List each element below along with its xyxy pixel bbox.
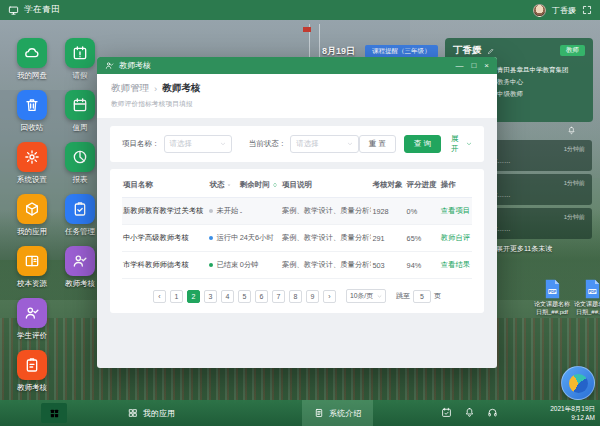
cell-project-name: 新教师教育教学过关考核	[122, 198, 208, 225]
taskbar-tray	[441, 407, 498, 418]
clipboard-icon	[17, 350, 47, 380]
action-link[interactable]: 查看结果	[441, 260, 470, 269]
column-header[interactable]: 评分进度	[406, 173, 440, 198]
taskbar-item-my-apps[interactable]: 我的应用	[116, 400, 187, 426]
cell-status: 未开始	[208, 198, 238, 225]
apps-grid-icon	[128, 408, 138, 418]
clock-time: 9:12 AM	[550, 413, 595, 422]
fullscreen-icon[interactable]	[582, 5, 592, 15]
desktop-file-pdf[interactable]: PDF论文课题名称日期_##.pdf	[532, 279, 572, 317]
status-dot	[209, 209, 213, 213]
close-button[interactable]: ×	[484, 62, 489, 70]
expand-filters-link[interactable]: 展开	[451, 134, 472, 154]
jump-page-input[interactable]	[413, 290, 431, 303]
chevron-down-icon	[347, 141, 353, 147]
desktop-files: PDF论文课题名称日期_##.pdfPDF论文课题名称日期_##.pdf	[532, 279, 600, 317]
action-link[interactable]: 查看项目	[441, 206, 470, 215]
desktop-screen: 学在青田 丁香媛 我的网盘回收站系统设置我的应用校本资源学生评价教师考核请假值周…	[0, 0, 600, 426]
desktop-icon-system-settings[interactable]: 系统设置	[10, 142, 54, 185]
window-title-icon	[105, 61, 114, 70]
pdf-file-icon: PDF	[584, 279, 600, 299]
page-button-1[interactable]: 1	[170, 290, 183, 303]
desktop-icon-student-evaluation[interactable]: 学生评价	[10, 298, 54, 341]
cell-progress: 0%	[406, 198, 440, 225]
cell-status: 运行中	[208, 225, 238, 252]
reset-button[interactable]: 重 置	[359, 135, 396, 153]
teacher-assessment-window: 教师考核 — □ × 教师管理 › 教师考核 教师评价指标考核项目填报 项目名称…	[97, 57, 497, 368]
page-button-9[interactable]: 9	[306, 290, 319, 303]
page-button-5[interactable]: 5	[238, 290, 251, 303]
page-button-2[interactable]: 2	[187, 290, 200, 303]
page-button-3[interactable]: 3	[204, 290, 217, 303]
search-button[interactable]: 查 询	[404, 135, 441, 153]
desktop-icon-label: 校本资源	[17, 279, 47, 289]
sort-icon[interactable]	[439, 182, 440, 188]
start-button[interactable]	[41, 403, 67, 423]
page-header: 教师管理 › 教师考核 教师评价指标考核项目填报	[97, 74, 497, 118]
prev-page-button[interactable]: ‹	[153, 290, 166, 303]
table-row: 新教师教育教学过关考核未开始-案例、教学设计、质量分析等...19280%查看项…	[122, 198, 472, 225]
page-button-7[interactable]: 7	[272, 290, 285, 303]
next-page-button[interactable]: ›	[323, 290, 336, 303]
notification-time: 1分钟前	[564, 179, 585, 188]
sort-icon[interactable]	[404, 182, 405, 188]
user-avatar[interactable]	[533, 4, 546, 17]
page-button-8[interactable]: 8	[289, 290, 302, 303]
cell-target-count: 503	[371, 252, 405, 279]
desktop-icon-duty-week[interactable]: 值周	[58, 90, 102, 133]
platform-name: 学在青田	[24, 4, 60, 16]
project-name-label: 项目名称：	[122, 139, 160, 149]
maximize-button[interactable]: □	[471, 62, 476, 70]
desktop-icon-label: 报表	[73, 175, 88, 185]
desktop-icon-teacher-assessment[interactable]: 教师考核	[58, 246, 102, 289]
desktop-icon-leave-request[interactable]: 请假	[58, 38, 102, 81]
desktop-icon-label: 我的网盘	[17, 71, 47, 81]
calendar-icon	[65, 90, 95, 120]
desktop-icon-school-resources[interactable]: 校本资源	[10, 246, 54, 289]
project-name-select[interactable]: 请选择	[164, 135, 233, 153]
person-check-icon	[65, 246, 95, 276]
desktop-file-pdf[interactable]: PDF论文课题名称日期_##.pdf	[572, 279, 600, 317]
desktop-icon-task-management[interactable]: 任务管理	[58, 194, 102, 237]
minimize-button[interactable]: —	[455, 62, 463, 70]
browser-logo[interactable]	[561, 366, 595, 400]
sort-icon[interactable]	[272, 182, 278, 188]
file-name: 论文课题名称日期_##.pdf	[574, 301, 600, 317]
column-header[interactable]: 状态	[208, 173, 238, 198]
status-select[interactable]: 请选择	[290, 135, 359, 153]
topbar-username: 丁香媛	[552, 5, 576, 16]
profile-dept: 教务中心	[497, 77, 569, 87]
desktop-icon-reports[interactable]: 报表	[58, 142, 102, 185]
edit-profile-icon[interactable]	[487, 47, 495, 55]
notification-time: 1分钟前	[564, 145, 585, 154]
notifications-bell-icon[interactable]	[567, 126, 576, 135]
expand-unread-link[interactable]: 展开更多11条未读	[496, 244, 592, 254]
status-label: 当前状态：	[249, 139, 287, 149]
action-link[interactable]: 教师自评	[441, 233, 470, 242]
per-page-select[interactable]: 10条/页	[346, 289, 386, 303]
chevron-down-icon	[220, 141, 226, 147]
desktop-icon-my-apps[interactable]: 我的应用	[10, 194, 54, 237]
bell-icon[interactable]	[464, 407, 475, 418]
calendar-check-icon[interactable]	[441, 407, 452, 418]
breadcrumb-parent[interactable]: 教师管理	[111, 82, 149, 95]
headphones-icon[interactable]	[487, 407, 498, 418]
column-header: 项目说明	[281, 173, 372, 198]
page-button-6[interactable]: 6	[255, 290, 268, 303]
desktop-icon-teacher-review[interactable]: 教师考核	[10, 350, 54, 393]
pie-icon	[65, 142, 95, 172]
status-dot	[209, 263, 213, 267]
page-button-4[interactable]: 4	[221, 290, 234, 303]
cell-action: 教师自评	[440, 225, 472, 252]
filter-icon[interactable]	[226, 182, 232, 188]
chevron-down-icon	[466, 141, 472, 147]
cell-action: 查看项目	[440, 198, 472, 225]
column-header[interactable]: 考核对象	[371, 173, 405, 198]
window-titlebar[interactable]: 教师考核 — □ ×	[97, 57, 497, 74]
profile-org: 青田县章旦中学教育集团	[497, 65, 569, 75]
column-header[interactable]: 剩余时间	[239, 173, 281, 198]
desktop-icon-recycle-bin[interactable]: 回收站	[10, 90, 54, 133]
desktop-icon-my-cloud-drive[interactable]: 我的网盘	[10, 38, 54, 81]
taskbar-item-system-intro[interactable]: 系统介绍	[302, 400, 373, 426]
desktop-icon-label: 我的应用	[17, 227, 47, 237]
